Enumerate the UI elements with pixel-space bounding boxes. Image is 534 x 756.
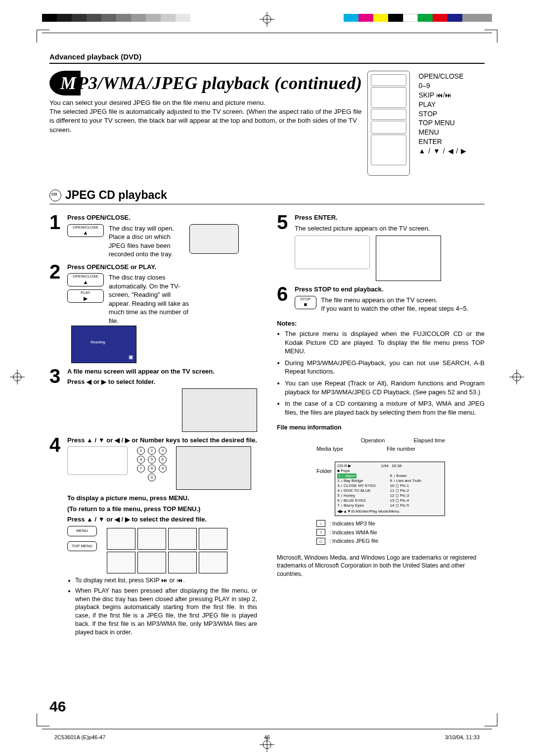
- list-item: During MP3/WMA/JPEG-Playback, you can no…: [285, 359, 485, 376]
- panel-row: 3 ♪ CLOSE MY EYES: [337, 483, 390, 488]
- list-item: You can use Repeat (Track or All), Rando…: [285, 379, 485, 396]
- printer-marks-top: [0, 14, 534, 33]
- title-rest: P3/WMA/JPEG playback (continued): [78, 73, 362, 93]
- step-1: 1 Press OPEN/CLOSE. OPEN/CLOSE▲ The disc…: [49, 213, 257, 259]
- notes-heading: Notes:: [277, 319, 485, 328]
- panel-row: 13 ◻ Pic-4: [390, 498, 443, 503]
- step-number: 3: [49, 367, 67, 432]
- step-4: 4 Press ▲ / ▼ or ◀ / ▶ or Number keys to…: [49, 436, 257, 639]
- list-item: In the case of a CD containing a mixture…: [285, 399, 485, 417]
- remote-label: OPEN/CLOSE: [419, 72, 485, 81]
- registration-mark-left: [10, 370, 25, 386]
- section-rule: [49, 63, 485, 64]
- remote-labels: OPEN/CLOSE 0–9 SKIP ⏮/⏭ PLAY STOP TOP ME…: [419, 71, 485, 156]
- title-lead: M: [49, 71, 81, 95]
- subsection-rule: [49, 204, 485, 204]
- page-title: MP3/WMA/JPEG playback (continued): [49, 71, 362, 95]
- disc-tray-illustration: [189, 224, 239, 254]
- panel-row: 7 ♪ Blurry Eyes: [337, 503, 390, 508]
- remote-label: ENTER: [419, 137, 485, 146]
- file-menu-info-heading: File menu information: [277, 424, 485, 432]
- step-heading: Press ▲ / ▼ or ◀ / ▶ or Number keys to s…: [67, 436, 257, 445]
- step-number: 2: [49, 263, 67, 363]
- registration-mark-top: [260, 12, 274, 27]
- remote-label: TOP MENU: [419, 118, 485, 128]
- footer-date: 3/10/04, 11:33: [445, 734, 480, 740]
- step-number: 6: [277, 285, 295, 313]
- open-close-button-icon: OPEN/CLOSE▲: [67, 224, 104, 237]
- wma-icon: ♫: [316, 529, 325, 536]
- step-subheading: To display a picture menu, press MENU.: [67, 494, 257, 503]
- cd-icon: [49, 189, 61, 201]
- step-2: 2 Press OPEN/CLOSE or PLAY. OPEN/CLOSE▲ …: [49, 263, 257, 363]
- legend-text: : Indicates JPEG file: [329, 537, 378, 545]
- page-number: 46: [49, 697, 66, 717]
- list-item: When PLAY has been pressed after display…: [75, 587, 257, 637]
- picture-preview: [376, 236, 441, 281]
- panel-header: CD-R ▶ 1/94 02:36: [337, 464, 443, 469]
- remote-area: OPEN/CLOSE 0–9 SKIP ⏮/⏭ PLAY STOP TOP ME…: [367, 71, 485, 175]
- panel-row: 8 ♪ flower: [390, 473, 443, 478]
- panel-row: 11 ◻ Pic-2: [390, 488, 443, 493]
- crop-mark: [485, 713, 497, 726]
- color-bar-right: [344, 14, 492, 22]
- step-3: 3 A file menu screen will appear on the …: [49, 367, 257, 432]
- subsection-heading-text: JPEG CD playback: [65, 189, 167, 202]
- page: Advanced playback (DVD) MP3/WMA/JPEG pla…: [0, 0, 534, 756]
- panel-row: 1 ♪ Japon: [337, 473, 356, 478]
- crop-mark: [37, 713, 49, 726]
- content: Advanced playback (DVD) MP3/WMA/JPEG pla…: [49, 52, 485, 716]
- step-heading: A file menu screen will appear on the TV…: [67, 367, 257, 376]
- crop-mark: [485, 30, 497, 43]
- remote-label: ▲ / ▼ / ◀ / ▶: [419, 146, 485, 156]
- step-body: The selected picture appears on the TV s…: [295, 224, 485, 233]
- subsection-heading: JPEG CD playback: [49, 189, 485, 202]
- panel-row: 4 ♪ DIVE TO BLUE: [337, 488, 390, 493]
- enter-pad-illustration: [295, 236, 370, 269]
- step-number: 5: [277, 213, 295, 281]
- step-number: 4: [49, 436, 67, 639]
- step-number: 1: [49, 213, 67, 259]
- top-menu-button-icon: TOP MENU: [67, 541, 97, 552]
- two-column: 1 Press OPEN/CLOSE. OPEN/CLOSE▲ The disc…: [49, 209, 485, 639]
- diagram-label: Media type: [316, 445, 343, 453]
- panel-row: 14 ◻ Pic-5: [390, 503, 443, 508]
- step-subheading: Press ▲ / ▼ or ◀ / ▶ to select the desir…: [67, 515, 257, 524]
- file-menu-panel: CD-R ▶ 1/94 02:36 ■ Pops 1 ♪ Japon 2 ♪ B…: [335, 462, 445, 516]
- right-column: 5 Press ENTER. The selected picture appe…: [267, 209, 485, 639]
- stop-button-icon: STOP■: [295, 296, 316, 309]
- legend: ♪: Indicates MP3 file ♫: Indicates WMA f…: [316, 520, 445, 545]
- jpeg-icon: ◻: [316, 538, 325, 545]
- diagram-label: Elapsed time: [413, 437, 445, 444]
- density-bar-left: [42, 14, 190, 22]
- file-menu-illustration: [176, 446, 251, 490]
- step-5: 5 Press ENTER. The selected picture appe…: [277, 213, 485, 281]
- thumbnail-grid: [107, 526, 227, 573]
- hero-left: MP3/WMA/JPEG playback (continued) You ca…: [49, 71, 367, 175]
- step-heading: Press ◀ or ▶ to select folder.: [67, 378, 257, 386]
- panel-footer: ◀▶▲▼/0-9/Enter/Play Mode/Menu: [337, 509, 443, 514]
- step-6: 6 Press STOP to end playback. STOP■ The …: [277, 285, 485, 313]
- remote-label: MENU: [419, 128, 485, 137]
- step-subheading: (To return to a file menu, press TOP MEN…: [67, 505, 257, 514]
- crop-mark: [37, 30, 49, 43]
- step-heading: Press ENTER.: [295, 213, 485, 222]
- diagram-label: Operation: [361, 437, 385, 444]
- list-item: To display next list, press SKIP ⏭ or ⏮.: [75, 576, 257, 585]
- trim-line-bottom: [42, 729, 492, 729]
- legend-text: : Indicates WMA file: [329, 529, 377, 536]
- notes-block: Notes: The picture menu is displayed whe…: [277, 319, 485, 417]
- diagram-label: File number: [387, 445, 415, 453]
- registration-mark-right: [509, 370, 524, 386]
- trim-line-top: [42, 33, 492, 33]
- panel-row: 5 ♪ Honey: [337, 493, 390, 498]
- file-menu-illustration: [182, 388, 257, 432]
- dpad-illustration: [67, 446, 128, 475]
- step-4-bullets: To display next list, press SKIP ⏭ or ⏮.…: [67, 576, 257, 637]
- open-close-button-icon: OPEN/CLOSE▲: [67, 273, 104, 286]
- step-body: The disc tray will open. Place a disc on…: [109, 224, 188, 259]
- step-body: The file menu appears on the TV screen. …: [321, 296, 469, 313]
- trademark-notice: Microsoft, Windows Media, and Windows Lo…: [277, 554, 485, 578]
- legend-text: : Indicates MP3 file: [329, 520, 375, 527]
- file-menu-diagram: Operation Elapsed time Media type File n…: [316, 437, 445, 545]
